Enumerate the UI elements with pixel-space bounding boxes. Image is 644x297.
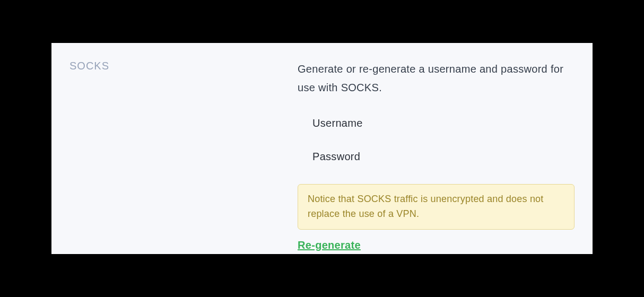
regenerate-link[interactable]: Re-generate [298,239,361,251]
credentials-group: Username Password [298,114,575,163]
username-label: Username [312,117,575,129]
section-sidebar: SOCKS [69,58,298,239]
socks-description: Generate or re-generate a username and p… [298,60,575,97]
password-label: Password [312,151,575,163]
socks-settings-panel: SOCKS Generate or re-generate a username… [51,43,593,254]
section-title: SOCKS [69,60,298,72]
notice-warning: Notice that SOCKS traffic is unencrypted… [298,184,575,230]
section-content: Generate or re-generate a username and p… [298,58,575,239]
